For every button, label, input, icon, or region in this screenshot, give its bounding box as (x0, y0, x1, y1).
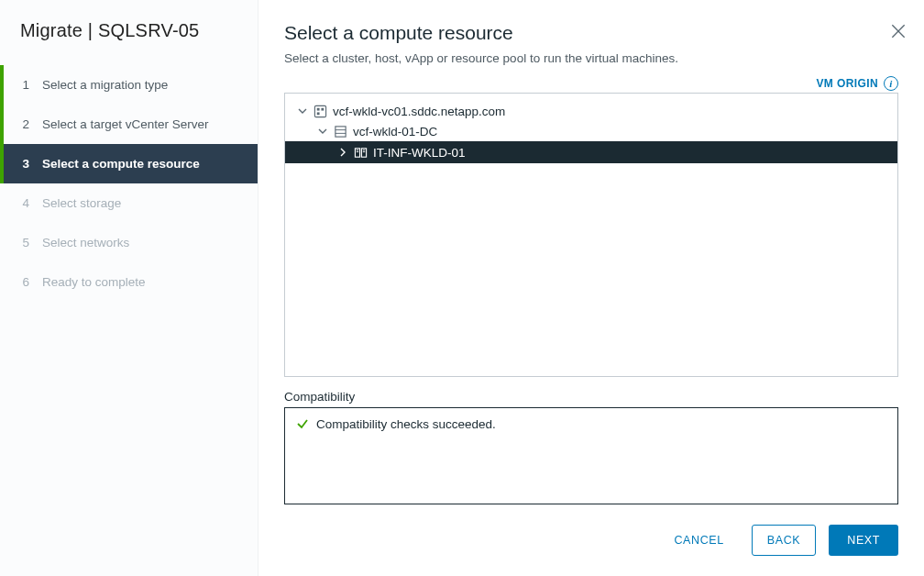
tree-node-label: IT-INF-WKLD-01 (373, 146, 466, 160)
wizard-footer: CANCEL BACK NEXT (284, 504, 898, 556)
step-compute-resource[interactable]: 3 Select a compute resource (0, 144, 258, 183)
step-label: Select networks (42, 236, 129, 249)
wizard-steps-list: 1 Select a migration type 2 Select a tar… (0, 65, 258, 302)
compatibility-section-label: Compatibility (284, 390, 898, 404)
tree-node-datacenter[interactable]: vcf-wkld-01-DC (285, 121, 897, 141)
vm-origin-label: VM ORIGIN (816, 77, 878, 90)
back-button[interactable]: BACK (752, 525, 816, 556)
tree-node-label: vcf-wkld-01-DC (353, 125, 437, 138)
step-label: Select a target vCenter Server (42, 117, 209, 131)
step-label: Select a compute resource (42, 157, 200, 171)
compatibility-message: Compatibility checks succeeded. (316, 417, 496, 431)
svg-rect-3 (316, 112, 319, 115)
wizard-main: Select a compute resource Select a clust… (258, 0, 924, 576)
step-number: 2 (20, 117, 29, 131)
close-icon (889, 22, 908, 40)
step-label: Select storage (42, 196, 121, 210)
compatibility-box: Compatibility checks succeeded. (284, 407, 898, 504)
step-label: Select a migration type (42, 78, 168, 92)
chevron-down-icon (298, 106, 307, 116)
tree-node-cluster-selected[interactable]: IT-INF-WKLD-01 (285, 141, 897, 163)
step-number: 5 (20, 236, 29, 249)
step-networks: 5 Select networks (0, 223, 258, 262)
chevron-right-icon (338, 148, 347, 157)
page-title: Select a compute resource (284, 22, 898, 44)
chevron-down-icon (318, 127, 327, 136)
svg-rect-2 (321, 107, 324, 110)
cluster-icon (353, 145, 368, 160)
step-storage: 4 Select storage (0, 183, 258, 223)
step-label: Ready to complete (42, 275, 146, 289)
vm-origin-link[interactable]: VM ORIGIN i (284, 76, 898, 91)
page-subtitle: Select a cluster, host, vApp or resource… (284, 51, 898, 65)
close-button[interactable] (889, 22, 908, 40)
wizard-sidebar: Migrate | SQLSRV-05 1 Select a migration… (0, 0, 258, 576)
next-button[interactable]: NEXT (829, 525, 898, 556)
step-number: 6 (20, 275, 29, 289)
compute-resource-tree[interactable]: vcf-wkld-vc01.sddc.netapp.com vcf-wkld-0… (284, 93, 898, 377)
info-icon: i (884, 76, 898, 91)
svg-rect-0 (314, 105, 325, 116)
migrate-wizard: Migrate | SQLSRV-05 1 Select a migration… (0, 0, 924, 576)
svg-rect-1 (316, 107, 319, 110)
datacenter-icon (333, 124, 347, 138)
compatibility-result: Compatibility checks succeeded. (296, 417, 886, 431)
step-number: 1 (20, 78, 29, 92)
step-migration-type[interactable]: 1 Select a migration type (0, 65, 258, 105)
tree-node-label: vcf-wkld-vc01.sddc.netapp.com (333, 105, 505, 118)
svg-rect-4 (335, 126, 345, 136)
check-icon (296, 417, 309, 430)
tree-node-vcenter[interactable]: vcf-wkld-vc01.sddc.netapp.com (285, 101, 897, 121)
wizard-title: Migrate | SQLSRV-05 (0, 20, 258, 65)
step-target-vcenter[interactable]: 2 Select a target vCenter Server (0, 105, 258, 144)
cancel-button[interactable]: CANCEL (659, 525, 738, 556)
vcenter-icon (313, 104, 327, 118)
step-ready-complete: 6 Ready to complete (0, 262, 258, 302)
step-number: 4 (20, 196, 29, 210)
step-number: 3 (20, 157, 29, 171)
